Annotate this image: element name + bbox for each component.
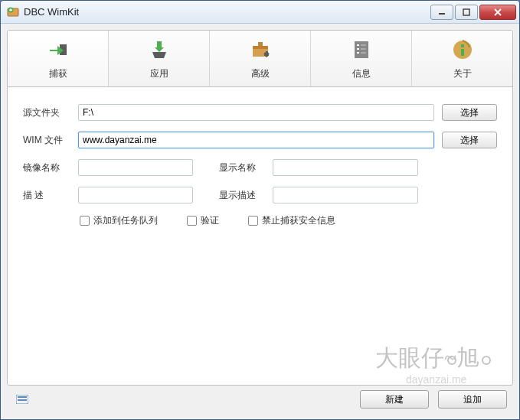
status-icon [16,395,28,404]
tab-apply[interactable]: 应用 [109,31,210,86]
description-input[interactable] [78,187,193,203]
window-title: DBC WimKit [24,6,430,18]
append-button[interactable]: 追加 [438,390,507,409]
image-name-label: 镜像名称 [23,161,70,174]
display-desc-input[interactable] [273,187,418,203]
new-button[interactable]: 新建 [360,390,429,409]
tab-apply-label: 应用 [150,67,168,80]
svg-rect-9 [253,46,268,49]
svg-rect-10 [258,42,263,46]
app-window: DBC WimKit [0,0,520,420]
svg-rect-17 [361,48,366,50]
checkbox-icon [248,216,258,226]
svg-rect-24 [18,399,27,401]
main-panel: 捕获 应用 [7,30,513,386]
close-button[interactable] [479,5,516,20]
minimize-button[interactable] [430,5,453,20]
window-controls [430,5,516,20]
app-icon [7,6,19,18]
display-name-input[interactable] [273,159,418,176]
checkbox-verify[interactable]: 验证 [187,214,219,227]
display-name-label: 显示名称 [219,161,265,174]
tab-info-label: 信息 [352,67,371,80]
toolbar: 捕获 应用 [8,31,512,87]
maximize-button[interactable] [455,5,478,20]
titlebar: DBC WimKit [1,1,519,24]
svg-rect-7 [157,41,162,47]
svg-rect-18 [361,52,366,54]
description-label: 描 述 [23,189,70,202]
checkbox-forbid-security[interactable]: 禁止捕获安全信息 [248,214,335,227]
svg-rect-16 [361,44,366,46]
display-desc-label: 显示描述 [219,189,265,202]
svg-rect-15 [357,52,359,54]
svg-rect-21 [461,49,464,56]
svg-rect-4 [439,13,445,15]
apply-icon [148,38,171,61]
tab-info[interactable]: 信息 [311,31,412,86]
info-icon [350,38,373,61]
checkbox-add-to-queue-label: 添加到任务队列 [93,214,158,227]
svg-rect-13 [357,44,359,46]
form-body: 源文件夹 选择 WIM 文件 选择 镜像名称 显示名称 [8,87,512,385]
wim-file-select-button[interactable]: 选择 [442,132,497,148]
tab-advanced[interactable]: 高级 [210,31,311,86]
tab-about-label: 关于 [453,67,472,80]
content-area: 捕获 应用 [1,24,519,419]
checkbox-icon [187,216,197,226]
capture-icon [47,38,70,61]
svg-rect-20 [461,44,464,47]
svg-rect-23 [18,396,27,398]
checkbox-add-to-queue[interactable]: 添加到任务队列 [80,214,158,227]
tab-capture[interactable]: 捕获 [8,31,109,86]
footer: 新建 追加 [7,386,513,413]
checkbox-verify-label: 验证 [201,214,219,227]
source-folder-input[interactable] [78,104,434,121]
wim-file-input[interactable] [78,132,434,148]
checkbox-forbid-security-label: 禁止捕获安全信息 [262,214,335,227]
about-icon [451,38,474,61]
checkbox-icon [80,216,90,226]
svg-rect-3 [9,9,12,11]
tab-about[interactable]: 关于 [412,31,512,86]
source-folder-label: 源文件夹 [23,106,70,119]
advanced-icon [249,38,272,61]
tab-advanced-label: 高级 [251,67,270,80]
svg-rect-14 [357,48,359,50]
svg-rect-5 [463,9,469,15]
source-folder-select-button[interactable]: 选择 [442,104,497,121]
tab-capture-label: 捕获 [49,67,67,80]
wim-file-label: WIM 文件 [23,134,70,147]
image-name-input[interactable] [78,159,193,176]
